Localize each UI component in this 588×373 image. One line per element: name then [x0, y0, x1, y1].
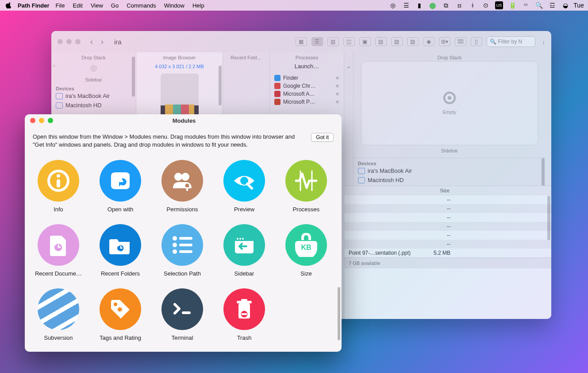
module-recent-folders[interactable]: Recent Folders — [89, 221, 151, 285]
apple-icon[interactable] — [5, 2, 12, 9]
close-icon[interactable]: ✕ — [335, 99, 339, 105]
module-preview[interactable]: Preview — [213, 156, 275, 221]
dropbox-icon[interactable]: ⧈ — [455, 1, 463, 9]
table-row[interactable]: -- — [344, 204, 551, 213]
module-selection-path[interactable]: Selection Path — [151, 221, 213, 285]
process-item[interactable]: Microsoft P…✕ — [270, 98, 344, 106]
process-item[interactable]: Microsoft A…✕ — [270, 90, 344, 98]
sidebar-item-macbook[interactable]: ira's MacBook Air — [354, 166, 546, 175]
toolbar-button[interactable]: ▯ — [471, 37, 482, 46]
menu-commands[interactable]: Commands — [127, 2, 156, 9]
module-sidebar[interactable]: Sidebar — [213, 221, 275, 285]
toolbar-button[interactable]: ▨ — [407, 37, 419, 46]
view-columns-button[interactable]: ▥ — [327, 37, 339, 46]
close-icon[interactable]: ✕ — [335, 91, 339, 97]
toolbar-button[interactable]: ▧ — [391, 37, 403, 46]
scrollbar[interactable] — [132, 57, 135, 97]
modules-titlebar: Modules — [25, 114, 342, 127]
drop-target-icon[interactable]: ◎ — [51, 61, 136, 74]
status-icon[interactable]: ▮ — [415, 1, 423, 9]
module-permissions[interactable]: Permissions — [151, 156, 213, 221]
process-launch-label[interactable]: Launch… — [270, 61, 344, 74]
sidebar-item-macbook[interactable]: ira's MacBook Air — [51, 91, 136, 101]
sidebar-item-hdd[interactable]: Macintosh HD — [51, 101, 136, 110]
modules-title: Modules — [32, 117, 336, 124]
status-icon[interactable]: ⧉ — [442, 1, 450, 9]
menu-go[interactable]: Go — [111, 2, 119, 9]
bluetooth-icon[interactable]: ᚼ — [469, 1, 477, 9]
menu-view[interactable]: View — [91, 2, 103, 9]
module-info[interactable]: Info — [27, 156, 89, 221]
module-size[interactable]: Size — [275, 221, 337, 285]
table-row[interactable]: -- — [344, 222, 551, 231]
process-item[interactable]: Finder✕ — [270, 74, 344, 82]
row-size: -- — [447, 241, 450, 247]
siri-icon[interactable]: ◒ — [561, 1, 569, 9]
empty-drop-area[interactable]: Empty — [361, 61, 538, 145]
table-row[interactable]: -- — [344, 195, 551, 204]
wifi-icon[interactable]: ⌔ — [522, 1, 530, 9]
view-icon-button[interactable]: ▦ — [296, 37, 307, 46]
battery-icon[interactable]: 🔋 — [508, 1, 516, 9]
window-close-button[interactable] — [58, 39, 63, 44]
right-drop-stack-column: Drop Stack Empty Sidebar Devices ira's M… — [353, 52, 546, 186]
row-name: Point 97-…sentation (.ppt) — [349, 250, 411, 256]
view-list-button[interactable]: ☰ — [311, 37, 323, 46]
toolbar-button[interactable]: ⌧ — [455, 37, 466, 46]
table-header-size[interactable]: Size — [440, 188, 450, 193]
module-trash[interactable]: Trash — [213, 285, 275, 349]
got-it-button[interactable]: Got it — [311, 133, 334, 142]
module-label: Terminal — [171, 334, 193, 341]
nav-forward-button[interactable]: › — [101, 37, 104, 47]
pathfinder-titlebar: ‹ › ira ▦ ☰ ▥ ◫ ▣ ▤ ▧ ▨ ◉ ⊞▾ ⌧ ▯ 🔍 Filte… — [51, 31, 551, 52]
sidebar-item-hdd[interactable]: Macintosh HD — [354, 175, 546, 185]
filter-input[interactable]: 🔍 Filter by N — [487, 36, 535, 47]
window-minimize-button[interactable] — [66, 39, 72, 44]
chevron-right-icon[interactable]: › — [53, 62, 55, 69]
process-item[interactable]: Google Chr…✕ — [270, 82, 344, 90]
row-size: -- — [447, 223, 450, 229]
close-icon[interactable]: ✕ — [335, 83, 339, 89]
toolbar-button[interactable]: ▤ — [375, 37, 387, 46]
status-icon[interactable]: ◎ — [389, 1, 397, 9]
download-button[interactable]: ↓ — [542, 39, 546, 45]
menu-help[interactable]: Help — [192, 2, 204, 9]
module-recent-docume-[interactable]: Recent Docume… — [27, 221, 89, 285]
svn-icon — [38, 288, 79, 330]
toolbar-button[interactable]: ◫ — [343, 37, 355, 46]
status-icon[interactable]: ⬤ — [429, 1, 437, 9]
module-processes[interactable]: Processes — [275, 156, 337, 221]
app-name[interactable]: Path Finder — [18, 2, 50, 9]
module-open-with[interactable]: Open with — [89, 156, 151, 221]
row-size: -- — [447, 197, 450, 203]
menu-window[interactable]: Window — [164, 2, 184, 9]
window-zoom-button[interactable] — [75, 39, 81, 44]
control-center-icon[interactable]: ☲ — [548, 1, 556, 9]
table-row[interactable]: -- — [344, 240, 551, 249]
table-row[interactable]: -- — [344, 213, 551, 222]
search-icon[interactable]: 🔍 — [535, 1, 543, 9]
toolbar-menu-button[interactable]: ⊞▾ — [439, 37, 450, 46]
clock-day[interactable]: Tue — [575, 1, 583, 9]
close-icon[interactable]: ✕ — [335, 75, 339, 81]
scrollbar[interactable] — [219, 66, 222, 105]
status-icon[interactable]: ⊙ — [482, 1, 490, 9]
menu-edit[interactable]: Edit — [73, 2, 82, 9]
column-header-sidebar: Sidebar — [354, 145, 546, 158]
table-row[interactable]: Point 97-…sentation (.ppt)5.2 MB — [344, 249, 551, 257]
module-label: Info — [54, 206, 63, 213]
nav-back-button[interactable]: ‹ — [90, 37, 93, 47]
module-tags-and-rating[interactable]: Tags and Rating — [89, 285, 151, 349]
quicklook-button[interactable]: ◉ — [423, 37, 434, 46]
toolbar-button[interactable]: ▣ — [359, 37, 371, 46]
module-subversion[interactable]: Subversion — [27, 285, 89, 349]
chevron-down-icon[interactable]: ⌄ — [344, 52, 353, 186]
table-row[interactable]: -- — [344, 231, 551, 240]
scrollbar[interactable] — [547, 196, 550, 240]
input-source-icon[interactable]: US — [495, 1, 503, 9]
scrollbar[interactable] — [337, 154, 341, 350]
status-icon[interactable]: ☰ — [402, 1, 410, 9]
sidebar-section-devices: Devices — [51, 83, 136, 91]
menu-file[interactable]: File — [56, 2, 65, 9]
module-terminal[interactable]: Terminal — [151, 285, 213, 349]
